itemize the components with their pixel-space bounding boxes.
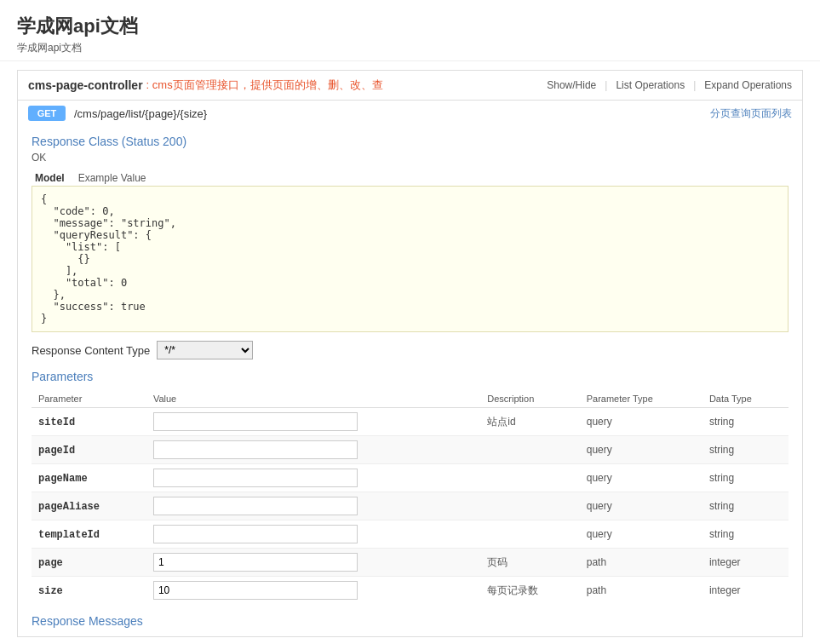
response-class-title: Response Class (Status 200) <box>32 135 788 148</box>
page-title: 学成网api文档 <box>17 14 803 39</box>
param-description <box>480 436 579 464</box>
list-operations-link[interactable]: List Operations <box>616 79 685 91</box>
param-name: templateId <box>38 529 100 541</box>
param-value-cell <box>146 577 480 605</box>
api-detail: Response Class (Status 200) OK Model Exa… <box>18 126 802 636</box>
param-value-cell <box>146 464 480 492</box>
divider-1: | <box>605 79 607 91</box>
main-content: cms-page-controller : cms页面管理接口，提供页面的增、删… <box>0 61 820 644</box>
table-row: pageNamequerystring <box>32 464 788 492</box>
param-name-cell: size <box>32 577 146 605</box>
controller-name: cms-page-controller <box>28 78 143 92</box>
param-name: pageId <box>38 445 75 457</box>
param-type-cell: path <box>580 549 702 577</box>
controller-description: : cms页面管理接口，提供页面的增、删、改、查 <box>146 78 383 93</box>
param-value-input[interactable] <box>153 469 358 487</box>
method-badge[interactable]: GET <box>28 106 66 121</box>
param-name-cell: pageId <box>32 436 146 464</box>
param-value-cell <box>146 549 480 577</box>
controller-links: Show/Hide | List Operations | Expand Ope… <box>547 79 792 91</box>
endpoint-row: GET /cms/page/list/{page}/{size} 分页查询页面列… <box>18 101 802 126</box>
header: 学成网api文档 学成网api文档 <box>0 0 820 61</box>
param-data-type-cell: string <box>702 492 788 520</box>
param-data-type-cell: string <box>702 436 788 464</box>
col-header-data-type: Data Type <box>702 390 788 408</box>
param-value-input[interactable] <box>153 553 358 572</box>
response-messages-title: Response Messages <box>32 614 788 628</box>
parameters-title: Parameters <box>32 370 788 383</box>
param-name: page <box>38 557 63 569</box>
param-description: 每页记录数 <box>480 577 579 605</box>
tab-example[interactable]: Example Value <box>75 170 150 186</box>
endpoint-path: /cms/page/list/{page}/{size} <box>74 107 710 120</box>
table-row: pageIdquerystring <box>32 436 788 464</box>
param-value-cell <box>146 408 480 436</box>
param-data-type-cell: integer <box>702 577 788 605</box>
page-wrapper: 学成网api文档 学成网api文档 cms-page-controller : … <box>0 0 820 644</box>
table-row: page页码pathinteger <box>32 549 788 577</box>
param-value-cell <box>146 492 480 520</box>
page-subtitle: 学成网api文档 <box>17 41 803 55</box>
param-type-cell: query <box>580 520 702 549</box>
param-name-cell: templateId <box>32 520 146 549</box>
param-type-cell: query <box>580 408 702 436</box>
params-header-row: Parameter Value Description Parameter Ty… <box>32 390 788 408</box>
col-header-param-type: Parameter Type <box>580 390 702 408</box>
endpoint-action-label[interactable]: 分页查询页面列表 <box>710 106 792 121</box>
param-name-cell: page <box>32 549 146 577</box>
param-value-input[interactable] <box>153 581 358 600</box>
col-header-parameter: Parameter <box>32 390 146 408</box>
divider-2: | <box>693 79 696 91</box>
controller-separator: : <box>146 78 152 91</box>
param-value-input[interactable] <box>153 412 358 431</box>
param-value-input[interactable] <box>153 440 358 459</box>
expand-operations-link[interactable]: Expand Operations <box>704 79 792 91</box>
param-value-input[interactable] <box>153 525 358 543</box>
model-tabs: Model Example Value <box>32 170 788 186</box>
param-name: pageAliase <box>38 501 100 513</box>
parameters-table: Parameter Value Description Parameter Ty… <box>32 390 788 604</box>
param-description <box>480 464 579 492</box>
param-description: 页码 <box>480 549 579 577</box>
col-header-value: Value <box>146 390 480 408</box>
param-data-type-cell: integer <box>702 549 788 577</box>
param-value-input[interactable] <box>153 497 358 515</box>
controller-section: cms-page-controller : cms页面管理接口，提供页面的增、删… <box>17 70 803 637</box>
param-data-type-cell: string <box>702 520 788 549</box>
param-description <box>480 520 579 549</box>
param-name-cell: siteId <box>32 408 146 436</box>
code-block: { "code": 0, "message": "string", "query… <box>32 186 788 332</box>
table-row: siteId站点idquerystring <box>32 408 788 436</box>
tab-model[interactable]: Model <box>32 170 68 186</box>
code-content: { "code": 0, "message": "string", "query… <box>41 193 779 325</box>
param-type-cell: path <box>580 577 702 605</box>
response-ok: OK <box>32 152 788 164</box>
param-data-type-cell: string <box>702 408 788 436</box>
param-description: 站点id <box>480 408 579 436</box>
params-tbody: siteId站点idquerystringpageIdquerystringpa… <box>32 408 788 605</box>
param-name-cell: pageName <box>32 464 146 492</box>
response-content-type-label: Response Content Type <box>32 344 150 357</box>
col-header-description: Description <box>480 390 579 408</box>
param-name: size <box>38 585 63 597</box>
show-hide-link[interactable]: Show/Hide <box>547 79 596 91</box>
response-content-type-row: Response Content Type */* application/js… <box>32 341 788 359</box>
param-name: pageName <box>38 473 88 485</box>
param-data-type-cell: string <box>702 464 788 492</box>
param-value-cell <box>146 520 480 549</box>
param-description <box>480 492 579 520</box>
content-type-select[interactable]: */* application/json text/plain <box>157 341 253 359</box>
table-row: pageAliasequerystring <box>32 492 788 520</box>
param-value-cell <box>146 436 480 464</box>
param-name-cell: pageAliase <box>32 492 146 520</box>
param-type-cell: query <box>580 436 702 464</box>
table-row: size每页记录数pathinteger <box>32 577 788 605</box>
param-name: siteId <box>38 417 75 428</box>
controller-desc-text: cms页面管理接口，提供页面的增、删、改、查 <box>152 78 383 91</box>
param-type-cell: query <box>580 464 702 492</box>
param-type-cell: query <box>580 492 702 520</box>
table-row: templateIdquerystring <box>32 520 788 549</box>
controller-header: cms-page-controller : cms页面管理接口，提供页面的增、删… <box>18 71 802 101</box>
